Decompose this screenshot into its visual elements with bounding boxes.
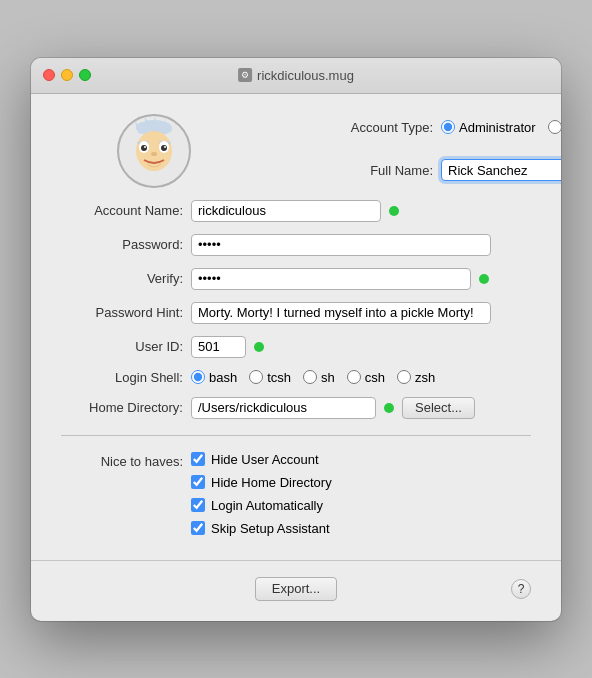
home-dir-input[interactable]	[191, 397, 376, 419]
file-icon: ⚙	[238, 68, 252, 82]
svg-point-13	[161, 145, 167, 151]
radio-administrator-input[interactable]	[441, 120, 455, 134]
account-name-status-dot	[389, 206, 399, 216]
radio-administrator-label: Administrator	[459, 120, 536, 135]
full-name-field-row	[441, 159, 531, 181]
home-dir-row: Select...	[191, 397, 531, 419]
shell-csh-label: csh	[365, 370, 385, 385]
checkbox-hide-home[interactable]: Hide Home Directory	[191, 475, 531, 490]
checkbox-login-auto-label: Login Automatically	[211, 498, 323, 513]
checkbox-login-auto-input[interactable]	[191, 498, 205, 512]
shell-tcsh[interactable]: tcsh	[249, 370, 291, 385]
close-button[interactable]	[43, 69, 55, 81]
help-button[interactable]: ?	[511, 579, 531, 599]
shell-zsh-input[interactable]	[397, 370, 411, 384]
checkboxes-group: Hide User Account Hide Home Directory Lo…	[191, 452, 531, 536]
window-title-text: rickdiculous.mug	[257, 68, 354, 83]
account-type-label: Account Type:	[191, 120, 441, 135]
shell-tcsh-label: tcsh	[267, 370, 291, 385]
verify-input[interactable]	[191, 268, 471, 290]
password-input[interactable]	[191, 234, 491, 256]
shell-bash-label: bash	[209, 370, 237, 385]
password-row	[191, 234, 531, 256]
home-dir-status-dot	[384, 403, 394, 413]
shell-sh[interactable]: sh	[303, 370, 335, 385]
shell-csh-input[interactable]	[347, 370, 361, 384]
login-shell-group: bash tcsh sh csh zsh	[191, 370, 531, 385]
svg-point-12	[141, 145, 147, 151]
checkbox-hide-account[interactable]: Hide User Account	[191, 452, 531, 467]
home-dir-label: Home Directory:	[61, 400, 191, 415]
nice-to-haves-label: Nice to haves:	[61, 452, 191, 469]
password-label: Password:	[61, 237, 191, 252]
form-content: Account Type: Administrator Standard	[31, 94, 561, 560]
traffic-lights	[43, 69, 91, 81]
verify-row	[191, 268, 531, 290]
user-id-input[interactable]	[191, 336, 246, 358]
login-shell-label: Login Shell:	[61, 370, 191, 385]
shell-sh-label: sh	[321, 370, 335, 385]
account-name-row	[191, 200, 531, 222]
select-button[interactable]: Select...	[402, 397, 475, 419]
maximize-button[interactable]	[79, 69, 91, 81]
shell-bash-input[interactable]	[191, 370, 205, 384]
account-name-label: Account Name:	[61, 203, 191, 218]
verify-status-dot	[479, 274, 489, 284]
svg-point-14	[144, 146, 146, 148]
shell-sh-input[interactable]	[303, 370, 317, 384]
full-name-label: Full Name:	[191, 163, 441, 178]
export-button[interactable]: Export...	[255, 577, 337, 601]
radio-standard[interactable]: Standard	[548, 120, 561, 135]
hint-input[interactable]	[191, 302, 491, 324]
checkbox-skip-setup-input[interactable]	[191, 521, 205, 535]
hint-row	[191, 302, 531, 324]
checkbox-hide-account-input[interactable]	[191, 452, 205, 466]
checkbox-skip-setup[interactable]: Skip Setup Assistant	[191, 521, 531, 536]
user-id-row	[191, 336, 531, 358]
main-window: ⚙ rickdiculous.mug Account Type: Adminis…	[31, 58, 561, 621]
shell-bash[interactable]: bash	[191, 370, 237, 385]
avatar[interactable]	[117, 114, 191, 188]
shell-zsh-label: zsh	[415, 370, 435, 385]
bottom-bar: Export... ?	[31, 560, 561, 621]
hint-label: Password Hint:	[61, 305, 191, 320]
avatar-image	[119, 116, 189, 186]
window-title: ⚙ rickdiculous.mug	[238, 68, 354, 83]
account-name-input[interactable]	[191, 200, 381, 222]
user-id-status-dot	[254, 342, 264, 352]
checkbox-skip-setup-label: Skip Setup Assistant	[211, 521, 330, 536]
shell-csh[interactable]: csh	[347, 370, 385, 385]
svg-point-15	[164, 146, 166, 148]
checkbox-hide-account-label: Hide User Account	[211, 452, 319, 467]
checkbox-hide-home-label: Hide Home Directory	[211, 475, 332, 490]
checkbox-login-auto[interactable]: Login Automatically	[191, 498, 531, 513]
radio-standard-input[interactable]	[548, 120, 561, 134]
checkbox-hide-home-input[interactable]	[191, 475, 205, 489]
account-type-group: Administrator Standard	[441, 120, 531, 135]
avatar-area	[61, 114, 191, 188]
minimize-button[interactable]	[61, 69, 73, 81]
shell-tcsh-input[interactable]	[249, 370, 263, 384]
svg-point-16	[151, 152, 157, 156]
radio-administrator[interactable]: Administrator	[441, 120, 536, 135]
user-id-label: User ID:	[61, 339, 191, 354]
verify-label: Verify:	[61, 271, 191, 286]
full-name-input[interactable]	[441, 159, 561, 181]
shell-zsh[interactable]: zsh	[397, 370, 435, 385]
titlebar: ⚙ rickdiculous.mug	[31, 58, 561, 94]
separator	[61, 435, 531, 436]
